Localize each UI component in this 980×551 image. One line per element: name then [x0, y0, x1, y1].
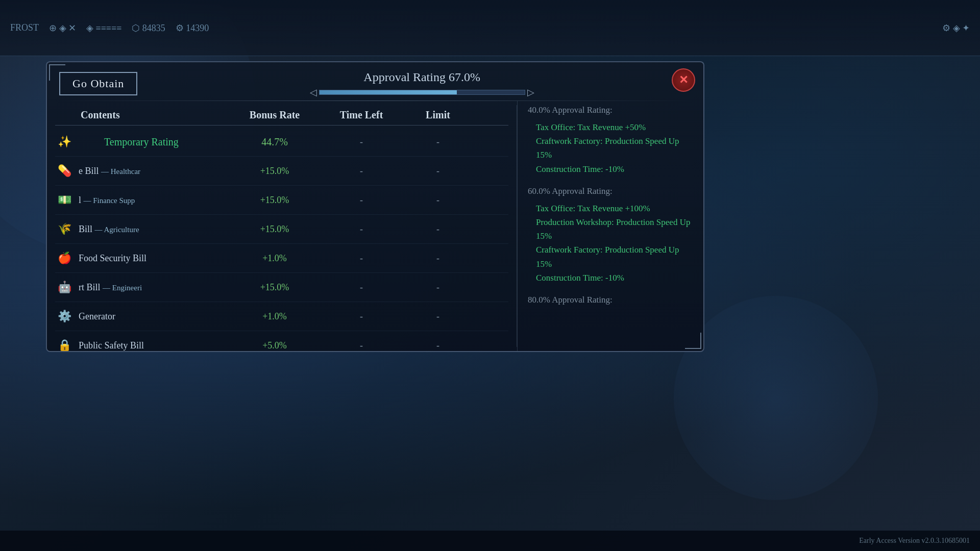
generator-label: Generator — [79, 311, 115, 322]
row-bonus-generator: +1.0% — [229, 311, 321, 322]
engineering-sublabel: — Engineeri — [103, 284, 142, 292]
table-row[interactable]: ⚙️ Generator +1.0% - - — [55, 302, 508, 331]
row-time-healthcare: - — [321, 166, 402, 177]
approval-title: Approval Rating 67.0% — [363, 70, 480, 84]
agriculture-sublabel: — Agriculture — [95, 226, 139, 234]
col-contents: Contents — [55, 109, 229, 121]
row-name-engineering: 🤖 rt Bill — Engineeri — [55, 278, 229, 296]
approval-rating-modal: Go Obtain Approval Rating 67.0% ◁ ▷ ✕ Co… — [46, 61, 704, 352]
row-time-agriculture: - — [321, 224, 402, 235]
col-time-left: Time Left — [321, 109, 402, 121]
info-tier-80-title: 80.0% Approval Rating: — [528, 295, 693, 305]
modal-header: Go Obtain Approval Rating 67.0% ◁ ▷ ✕ — [47, 62, 703, 101]
row-limit-food-security: - — [402, 253, 474, 264]
row-time-engineering: - — [321, 282, 402, 293]
info-panel: 40.0% Approval Rating: Tax Office: Tax R… — [517, 101, 703, 351]
hud-resource-2: ⬡ 84835 — [132, 22, 165, 34]
row-limit-public-safety: - — [402, 340, 474, 351]
table-row[interactable]: ✨ Temporary Rating 44.7% - - — [55, 128, 508, 157]
agriculture-label: Bill — [79, 224, 92, 234]
finance-icon: 💵 — [55, 191, 74, 209]
top-hud: FROST ⊕ ◈ ✕ ◈ ≡≡≡≡≡ ⬡ 84835 ⚙ 14390 ⚙ ◈ … — [0, 0, 980, 56]
row-time-food-security: - — [321, 253, 402, 264]
row-name-agriculture: 🌾 Bill — Agriculture — [55, 220, 229, 238]
table-row[interactable]: 💵 l — Finance Supp +15.0% - - — [55, 186, 508, 215]
close-button[interactable]: ✕ — [672, 68, 695, 92]
info-tier-60-title: 60.0% Approval Rating: — [528, 186, 693, 196]
engineering-icon: 🤖 — [55, 278, 74, 296]
row-time-public-safety: - — [321, 340, 402, 351]
row-bonus-finance: +15.0% — [229, 195, 321, 206]
agriculture-icon: 🌾 — [55, 220, 74, 238]
generator-icon: ⚙️ — [55, 307, 74, 325]
table-header: Contents Bonus Rate Time Left Limit — [55, 105, 508, 126]
hud-settings[interactable]: ⚙ ◈ ✦ — [942, 22, 970, 34]
version-text: Early Access Version v2.0.3.10685001 — [859, 537, 970, 545]
row-time-generator: - — [321, 311, 402, 322]
row-bonus-healthcare: +15.0% — [229, 166, 321, 177]
table-row[interactable]: 🌾 Bill — Agriculture +15.0% - - — [55, 215, 508, 244]
healthcare-icon: 💊 — [55, 162, 74, 180]
go-obtain-button[interactable]: Go Obtain — [59, 72, 137, 95]
temporary-icon: ✨ — [55, 133, 74, 151]
food-security-icon: 🍎 — [55, 249, 74, 267]
public-safety-icon: 🔒 — [55, 336, 74, 351]
hud-resource-3: ⚙ 14390 — [176, 22, 209, 34]
row-name-healthcare: 💊 e Bill — Healthcar — [55, 162, 229, 180]
hud-title: FROST — [10, 22, 39, 33]
food-security-label: Food Security Bill — [79, 253, 146, 264]
progress-bar-container: ◁ ▷ — [310, 88, 534, 96]
hud-resource-1: ◈ ≡≡≡≡≡ — [86, 22, 121, 34]
row-name-food-security: 🍎 Food Security Bill — [55, 249, 229, 267]
public-safety-label: Public Safety Bill — [79, 340, 144, 351]
row-limit-temporary: - — [402, 137, 474, 147]
table-row[interactable]: 🤖 rt Bill — Engineeri +15.0% - - — [55, 273, 508, 302]
info-tier-40-content: Tax Office: Tax Revenue +50% Craftwork F… — [528, 120, 693, 176]
row-limit-agriculture: - — [402, 224, 474, 235]
info-tier-40: 40.0% Approval Rating: Tax Office: Tax R… — [528, 105, 693, 176]
healthcare-label: e Bill — [79, 166, 99, 176]
approval-section: Approval Rating 67.0% ◁ ▷ — [153, 70, 691, 96]
row-name-public-safety: 🔒 Public Safety Bill — [55, 336, 229, 351]
row-bonus-food-security: +1.0% — [229, 253, 321, 264]
table-row[interactable]: 💊 e Bill — Healthcar +15.0% - - — [55, 157, 508, 186]
info-tier-60: 60.0% Approval Rating: Tax Office: Tax R… — [528, 186, 693, 285]
row-name-finance: 💵 l — Finance Supp — [55, 191, 229, 209]
row-bonus-public-safety: +5.0% — [229, 340, 321, 351]
healthcare-sublabel: — Healthcar — [101, 167, 140, 176]
col-bonus-rate: Bonus Rate — [229, 109, 321, 121]
row-time-finance: - — [321, 195, 402, 206]
col-limit: Limit — [402, 109, 474, 121]
info-tier-60-content: Tax Office: Tax Revenue +100% Production… — [528, 202, 693, 285]
row-limit-generator: - — [402, 311, 474, 322]
modal-body: Contents Bonus Rate Time Left Limit ✨ Te… — [47, 101, 703, 351]
row-limit-engineering: - — [402, 282, 474, 293]
progress-bar-track — [319, 90, 525, 95]
info-tier-80: 80.0% Approval Rating: — [528, 295, 693, 305]
table-row[interactable]: 🔒 Public Safety Bill +5.0% - - — [55, 331, 508, 351]
row-name-temporary: ✨ Temporary Rating — [55, 133, 229, 151]
temporary-rating-label: Temporary Rating — [79, 136, 179, 148]
row-bonus-temporary: 44.7% — [229, 136, 321, 148]
table-row[interactable]: 🍎 Food Security Bill +1.0% - - — [55, 244, 508, 273]
progress-bar-fill — [320, 90, 457, 94]
progress-bar-right-arrow: ▷ — [527, 87, 534, 98]
row-name-generator: ⚙️ Generator — [55, 307, 229, 325]
progress-bar-left-arrow: ◁ — [310, 87, 317, 98]
row-bonus-engineering: +15.0% — [229, 282, 321, 293]
row-bonus-agriculture: +15.0% — [229, 224, 321, 235]
row-limit-healthcare: - — [402, 166, 474, 177]
finance-sublabel: — Finance Supp — [84, 196, 135, 205]
table-section: Contents Bonus Rate Time Left Limit ✨ Te… — [47, 101, 517, 351]
info-tier-40-title: 40.0% Approval Rating: — [528, 105, 693, 115]
row-time-temporary: - — [321, 137, 402, 147]
hud-icon-1: ⊕ ◈ ✕ — [49, 22, 76, 34]
finance-label: l — [79, 195, 81, 205]
bottom-bar: Early Access Version v2.0.3.10685001 — [0, 531, 980, 551]
engineering-label: rt Bill — [79, 282, 101, 292]
row-limit-finance: - — [402, 195, 474, 206]
